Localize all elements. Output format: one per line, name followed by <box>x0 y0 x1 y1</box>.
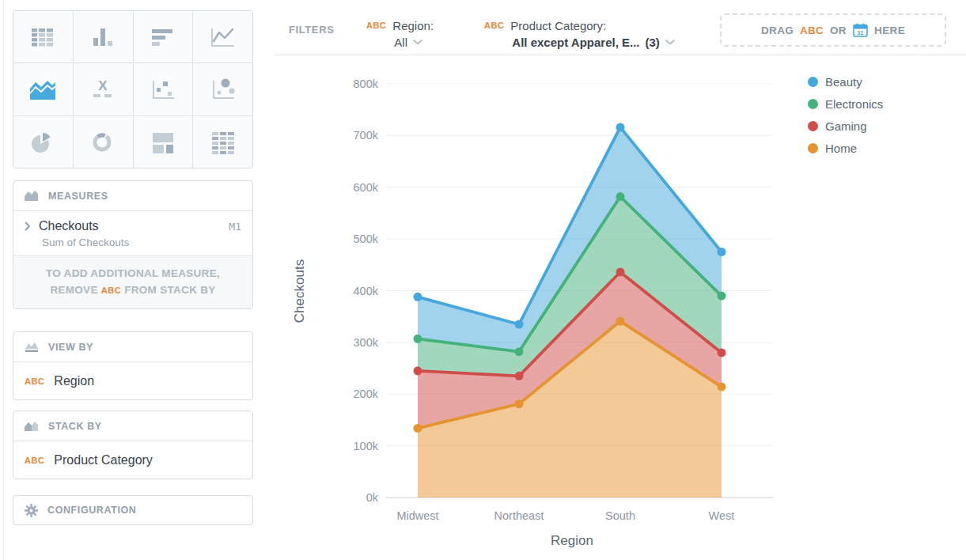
abc-chip: ABC <box>484 21 504 49</box>
filter-category-dropdown[interactable]: All except Apparel, E... (3) <box>510 36 675 49</box>
stack-by-field-product-category[interactable]: ABC Product Category <box>13 441 252 479</box>
measure-subtitle: Sum of Checkouts <box>42 236 241 248</box>
horizontal-bar-chart-icon <box>146 22 180 52</box>
data-point-electronics-northeast[interactable] <box>515 347 524 356</box>
filters-label: FILTERS <box>289 24 334 36</box>
data-point-home-northeast[interactable] <box>515 399 524 408</box>
view-by-area-icon <box>25 341 39 353</box>
data-point-electronics-south[interactable] <box>616 192 625 201</box>
data-point-gaming-northeast[interactable] <box>515 372 524 380</box>
drop-zone-or: OR <box>830 25 847 36</box>
svg-text:X: X <box>98 78 108 93</box>
filter-category-name: Product Category: <box>510 19 675 32</box>
stack-by-panel: STACK BY ABC Product Category <box>13 411 253 479</box>
tile-table[interactable] <box>13 11 73 62</box>
y-tick-label: 100k <box>354 440 379 452</box>
svg-text:31: 31 <box>857 30 864 36</box>
data-point-electronics-west[interactable] <box>718 292 726 301</box>
tile-treemap[interactable] <box>134 116 193 168</box>
data-point-home-south[interactable] <box>616 317 625 326</box>
stack-by-field-label: Product Category <box>54 453 153 467</box>
tile-donut[interactable] <box>74 116 133 168</box>
y-tick-label: 700k <box>354 129 379 142</box>
view-by-field-region[interactable]: ABC Region <box>13 362 252 399</box>
chevron-right-icon[interactable] <box>25 221 31 231</box>
abc-chip: ABC <box>366 21 386 49</box>
tile-line-chart[interactable] <box>193 11 252 62</box>
tile-horizontal-bar-chart[interactable] <box>134 11 193 62</box>
measure-badge: M1 <box>229 221 241 233</box>
tile-bubble[interactable] <box>193 63 252 115</box>
x-tick-label: Midwest <box>396 509 438 522</box>
x-tick-label: South <box>605 509 635 522</box>
data-point-gaming-midwest[interactable] <box>414 366 422 375</box>
gear-icon <box>25 504 38 517</box>
measures-panel: MEASURES Checkouts M1 Sum of Checkouts T… <box>13 180 253 309</box>
data-point-beauty-northeast[interactable] <box>515 320 524 328</box>
data-point-home-west[interactable] <box>718 383 726 392</box>
tile-area-chart[interactable] <box>13 63 73 115</box>
chevron-down-icon <box>413 40 422 45</box>
legend-label: Gaming <box>825 119 867 133</box>
chart-type-picker: X <box>13 10 253 168</box>
legend-item-home[interactable]: Home <box>808 142 883 155</box>
x-tick-label: West <box>709 509 735 522</box>
configuration-button[interactable]: CONFIGURATION <box>13 495 253 525</box>
data-point-beauty-west[interactable] <box>718 248 726 256</box>
stack-by-header: STACK BY <box>13 411 252 441</box>
measures-header-label: MEASURES <box>48 191 108 202</box>
tile-heatmap[interactable] <box>193 116 252 168</box>
data-point-home-midwest[interactable] <box>414 424 422 433</box>
legend-dot <box>808 99 818 109</box>
measures-area-icon <box>25 190 39 202</box>
stacked-area-chart: 0k100k200k300k400k500k600k700k800kMidwes… <box>273 63 795 560</box>
y-tick-label: 0k <box>366 491 379 504</box>
tile-kpi[interactable]: X <box>74 63 133 115</box>
x-axis-title: Region <box>551 533 593 548</box>
legend-label: Electronics <box>825 97 883 111</box>
chevron-down-icon <box>665 40 675 45</box>
abc-chip: ABC <box>25 456 44 465</box>
filter-category-count: (3) <box>646 36 660 49</box>
abc-chip: ABC <box>101 286 121 295</box>
measure-name: Checkouts <box>39 219 99 233</box>
filter-product-category: ABC Product Category: All except Apparel… <box>484 19 675 49</box>
tile-pie[interactable] <box>13 116 73 168</box>
y-tick-label: 800k <box>354 78 379 90</box>
measures-note: TO ADD ADDITIONAL MEASURE, REMOVE ABC FR… <box>13 255 252 308</box>
filter-region: ABC Region: All <box>366 19 434 49</box>
filter-region-dropdown[interactable]: All <box>392 36 434 49</box>
tile-bar-chart[interactable] <box>74 11 133 62</box>
filter-drop-zone[interactable]: DRAG ABC OR 31 HERE <box>720 13 946 47</box>
data-point-beauty-midwest[interactable] <box>414 293 422 301</box>
legend-label: Beauty <box>825 75 862 89</box>
table-icon <box>25 22 60 52</box>
legend-item-gaming[interactable]: Gaming <box>808 119 883 133</box>
data-point-gaming-south[interactable] <box>616 267 625 276</box>
measures-note-post: FROM STACK BY <box>124 284 215 296</box>
abc-chip: ABC <box>800 25 824 36</box>
legend-dot <box>808 77 818 87</box>
drop-zone-here: HERE <box>874 25 905 36</box>
tile-scatter[interactable] <box>134 63 193 115</box>
data-point-electronics-midwest[interactable] <box>414 335 422 343</box>
legend-label: Home <box>825 142 857 155</box>
calendar-icon: 31 <box>853 23 868 37</box>
kpi-icon: X <box>85 74 120 104</box>
stack-by-header-label: STACK BY <box>48 421 102 432</box>
legend-item-beauty[interactable]: Beauty <box>808 75 883 89</box>
treemap-icon <box>146 127 180 157</box>
data-point-gaming-west[interactable] <box>718 348 726 357</box>
filter-region-value: All <box>394 36 407 49</box>
y-tick-label: 400k <box>354 285 379 297</box>
data-point-beauty-south[interactable] <box>616 123 625 131</box>
x-tick-label: Northeast <box>494 509 544 522</box>
chart-legend: BeautyElectronicsGamingHome <box>808 75 883 164</box>
measures-header: MEASURES <box>13 181 252 211</box>
donut-chart-icon <box>85 127 120 157</box>
legend-item-electronics[interactable]: Electronics <box>808 97 883 111</box>
stack-by-area-icon <box>25 420 39 432</box>
y-axis-title: Checkouts <box>292 259 307 323</box>
view-by-header-label: VIEW BY <box>48 342 93 353</box>
measure-row-checkouts[interactable]: Checkouts M1 Sum of Checkouts <box>13 211 252 255</box>
